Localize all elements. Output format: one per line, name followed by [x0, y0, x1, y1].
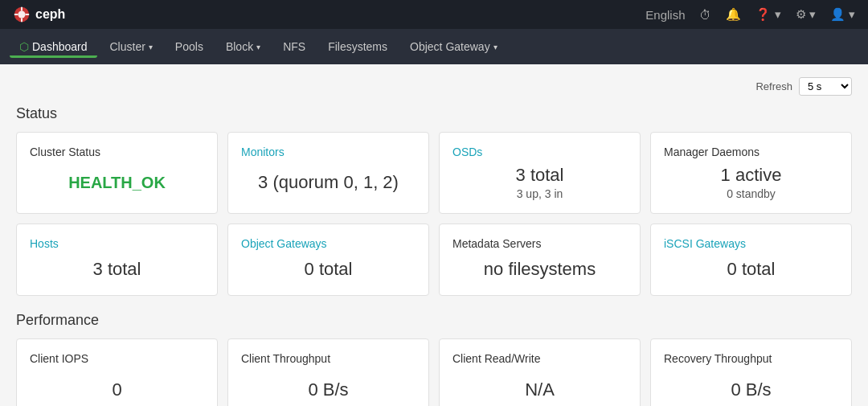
iscsi-gateways-card: iSCSI Gateways 0 total	[650, 224, 852, 296]
object-gateways-card: Object Gateways 0 total	[227, 224, 429, 296]
topbar-right: English ⏱ 🔔 ❓ ▾ ⚙ ▾ 👤 ▾	[645, 7, 855, 22]
client-iops-card: Client IOPS 0	[16, 338, 218, 406]
refresh-label: Refresh	[755, 80, 792, 92]
osds-title[interactable]: OSDs	[452, 146, 482, 158]
metadata-servers-title: Metadata Servers	[452, 237, 542, 250]
cluster-status-value: HEALTH_OK	[68, 174, 166, 192]
nav-filesystems[interactable]: Filesystems	[318, 35, 397, 58]
timer-icon[interactable]: ⏱	[699, 8, 711, 22]
cluster-status-title: Cluster Status	[30, 146, 100, 158]
object-gateway-caret: ▾	[493, 43, 497, 51]
help-icon[interactable]: ❓ ▾	[755, 7, 780, 22]
object-gateways-title[interactable]: Object Gateways	[241, 237, 327, 250]
topbar-left: ceph	[13, 6, 65, 23]
client-readwrite-card: Client Read/Write N/A	[439, 338, 641, 406]
status-card-grid: Cluster Status HEALTH_OK Monitors 3 (quo…	[16, 132, 852, 296]
client-readwrite-value: N/A	[452, 371, 627, 400]
dashboard-icon: ⬡	[19, 40, 29, 53]
iscsi-gateways-total: 0 total	[727, 259, 776, 280]
nav-pools[interactable]: Pools	[166, 35, 213, 58]
cluster-caret: ▾	[149, 43, 153, 51]
nav-dashboard[interactable]: ⬡ Dashboard	[10, 35, 97, 58]
nav-object-gateway[interactable]: Object Gateway ▾	[400, 35, 507, 58]
hosts-body: 3 total	[30, 256, 204, 282]
performance-title: Performance	[16, 312, 852, 329]
recovery-throughput-title: Recovery Throughput	[664, 352, 838, 365]
ceph-logo[interactable]: ceph	[13, 6, 65, 23]
osds-total: 3 total	[516, 165, 564, 186]
iscsi-gateways-body: 0 total	[664, 256, 838, 282]
metadata-servers-value: no filesystems	[484, 259, 596, 280]
manager-standby: 0 standby	[727, 187, 776, 200]
object-gateways-body: 0 total	[241, 256, 416, 282]
manager-active: 1 active	[721, 165, 782, 186]
svg-point-1	[18, 10, 25, 18]
nav-nfs[interactable]: NFS	[273, 35, 315, 58]
navbar: ⬡ Dashboard Cluster ▾ Pools Block ▾ NFS …	[0, 29, 868, 64]
monitors-value: 3 (quorum 0, 1, 2)	[258, 172, 399, 193]
manager-daemons-body: 1 active 0 standby	[664, 165, 838, 200]
nav-cluster[interactable]: Cluster ▾	[100, 35, 162, 58]
recovery-throughput-value: 0 B/s	[664, 371, 838, 400]
monitors-body: 3 (quorum 0, 1, 2)	[241, 165, 416, 200]
osds-card: OSDs 3 total 3 up, 3 in	[439, 132, 641, 214]
monitors-title[interactable]: Monitors	[241, 146, 285, 158]
osds-body: 3 total 3 up, 3 in	[452, 165, 627, 200]
client-throughput-card: Client Throughput 0 B/s	[227, 338, 429, 406]
client-iops-title: Client IOPS	[30, 352, 204, 365]
recovery-throughput-card: Recovery Throughput 0 B/s	[650, 338, 852, 406]
settings-icon[interactable]: ⚙ ▾	[796, 7, 816, 22]
client-iops-value: 0	[30, 371, 204, 400]
manager-daemons-title: Manager Daemons	[664, 146, 760, 158]
language-selector[interactable]: English	[645, 8, 685, 22]
cluster-status-card: Cluster Status HEALTH_OK	[16, 132, 218, 214]
nav-block[interactable]: Block ▾	[216, 35, 270, 58]
refresh-select[interactable]: 5 s 10 s 30 s 1 min	[799, 77, 852, 96]
client-readwrite-title: Client Read/Write	[452, 352, 627, 365]
hosts-card: Hosts 3 total	[16, 224, 218, 296]
metadata-servers-body: no filesystems	[452, 256, 627, 282]
ceph-logo-icon	[13, 6, 31, 23]
monitors-card: Monitors 3 (quorum 0, 1, 2)	[227, 132, 429, 214]
osds-detail: 3 up, 3 in	[517, 187, 563, 200]
client-throughput-title: Client Throughput	[241, 352, 416, 365]
iscsi-gateways-title[interactable]: iSCSI Gateways	[664, 237, 746, 250]
main-content: Refresh 5 s 10 s 30 s 1 min Status Clust…	[0, 64, 868, 406]
client-throughput-value: 0 B/s	[241, 371, 416, 400]
topbar: ceph English ⏱ 🔔 ❓ ▾ ⚙ ▾ 👤 ▾	[0, 0, 868, 29]
block-caret: ▾	[256, 43, 260, 51]
hosts-total: 3 total	[93, 259, 141, 280]
hosts-title[interactable]: Hosts	[30, 237, 59, 250]
metadata-servers-card: Metadata Servers no filesystems	[439, 224, 641, 296]
manager-daemons-card: Manager Daemons 1 active 0 standby	[650, 132, 852, 214]
cluster-status-body: HEALTH_OK	[30, 165, 204, 200]
bell-icon[interactable]: 🔔	[726, 7, 741, 22]
ceph-logo-text: ceph	[35, 7, 65, 22]
refresh-row: Refresh 5 s 10 s 30 s 1 min	[16, 77, 852, 96]
object-gateways-total: 0 total	[305, 259, 353, 280]
performance-card-grid: Client IOPS 0 Client Throughput 0 B/s Cl…	[16, 338, 852, 406]
user-icon[interactable]: 👤 ▾	[830, 7, 855, 22]
status-title: Status	[16, 105, 852, 122]
